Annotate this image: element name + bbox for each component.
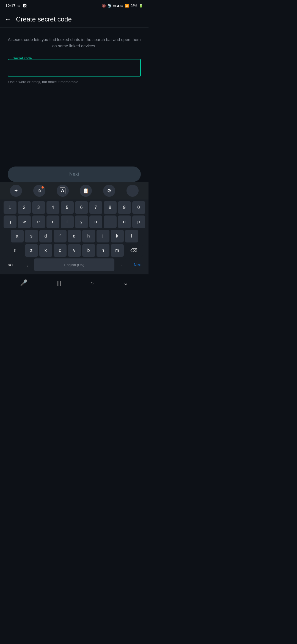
gallery-icon: 🖼 bbox=[23, 4, 26, 8]
space-key[interactable]: English (US) bbox=[34, 258, 114, 271]
description-text: A secret code lets you find locked chats… bbox=[8, 37, 141, 49]
more-button[interactable]: ··· bbox=[127, 185, 139, 197]
status-time: 12:17 bbox=[6, 4, 15, 8]
z-row: ⇧ z x c v b n m ⌫ bbox=[1, 244, 147, 257]
key-0[interactable]: 0 bbox=[132, 201, 145, 214]
more-icon: ··· bbox=[130, 188, 135, 194]
key-j[interactable]: j bbox=[97, 230, 109, 242]
next-btn-area: Next bbox=[0, 167, 148, 182]
back-button[interactable]: ← bbox=[4, 16, 12, 23]
key-b[interactable]: b bbox=[82, 244, 95, 257]
battery-icon: 🔋 bbox=[139, 4, 143, 8]
key-4[interactable]: 4 bbox=[46, 201, 59, 214]
text-style-button[interactable]: A bbox=[57, 185, 69, 197]
key-6[interactable]: 6 bbox=[75, 201, 88, 214]
key-l[interactable]: l bbox=[125, 230, 138, 242]
key-w[interactable]: w bbox=[18, 215, 31, 228]
key-f[interactable]: f bbox=[54, 230, 67, 242]
key-t[interactable]: t bbox=[61, 215, 74, 228]
key-u[interactable]: u bbox=[89, 215, 102, 228]
sparkle-button[interactable]: ✦ bbox=[10, 185, 22, 197]
key-y[interactable]: y bbox=[75, 215, 88, 228]
symbol-key[interactable]: !#1 bbox=[1, 258, 20, 271]
key-p[interactable]: p bbox=[132, 215, 145, 228]
comma-key[interactable]: , bbox=[22, 258, 33, 271]
key-5[interactable]: 5 bbox=[61, 201, 74, 214]
q-row: q w e r t y u i o p bbox=[1, 215, 147, 228]
keyboard-next-key[interactable]: Next bbox=[128, 258, 147, 271]
secret-code-input[interactable] bbox=[8, 59, 141, 77]
key-n[interactable]: n bbox=[97, 244, 109, 257]
input-label: Secret code bbox=[12, 56, 33, 60]
bottom-row: !#1 , English (US) . Next bbox=[1, 258, 147, 271]
key-z[interactable]: z bbox=[25, 244, 38, 257]
key-9[interactable]: 9 bbox=[118, 201, 131, 214]
keyboard-toolbar: ✦ ☺ A 📋 ⚙ ··· bbox=[0, 182, 148, 200]
key-e[interactable]: e bbox=[32, 215, 45, 228]
key-c[interactable]: c bbox=[54, 244, 67, 257]
key-g[interactable]: g bbox=[68, 230, 81, 242]
emoji-icon: ☺ bbox=[37, 188, 42, 194]
key-m[interactable]: m bbox=[111, 244, 124, 257]
battery-label: 98% bbox=[131, 4, 137, 8]
mute-icon: 🔇 bbox=[102, 4, 106, 8]
signal-label: 5GUC bbox=[113, 4, 123, 8]
status-left: 12:17 G 🖼 bbox=[6, 4, 26, 8]
back-nav-button[interactable]: ⌄ bbox=[123, 279, 128, 287]
g-icon: G bbox=[18, 4, 20, 8]
signal-bars-icon: 📶 bbox=[125, 4, 129, 8]
backspace-key[interactable]: ⌫ bbox=[125, 244, 143, 257]
mic-button[interactable]: 🎤 bbox=[20, 279, 28, 286]
input-wrapper: Secret code bbox=[8, 59, 141, 77]
notification-dot bbox=[42, 186, 44, 189]
key-o[interactable]: o bbox=[118, 215, 131, 228]
header: ← Create secret code bbox=[0, 11, 148, 28]
recent-apps-button[interactable]: ||| bbox=[57, 280, 61, 286]
a-row: a s d f g h j k l bbox=[1, 230, 147, 242]
keyboard: 1 2 3 4 5 6 7 8 9 0 q w e r t y u i o p … bbox=[0, 200, 148, 274]
key-q[interactable]: q bbox=[4, 215, 16, 228]
key-v[interactable]: v bbox=[68, 244, 81, 257]
key-1[interactable]: 1 bbox=[4, 201, 16, 214]
wifi-icon: 📡 bbox=[108, 4, 112, 8]
home-button[interactable]: ○ bbox=[90, 280, 94, 286]
text-style-icon: A bbox=[60, 187, 66, 194]
main-content: A secret code lets you find locked chats… bbox=[0, 28, 148, 89]
key-7[interactable]: 7 bbox=[89, 201, 102, 214]
gear-icon: ⚙ bbox=[107, 188, 111, 194]
period-key[interactable]: . bbox=[116, 258, 127, 271]
nav-bar: 🎤 ||| ○ ⌄ bbox=[0, 274, 148, 293]
status-bar: 12:17 G 🖼 🔇 📡 5GUC 📶 98% 🔋 bbox=[0, 0, 148, 11]
key-s[interactable]: s bbox=[25, 230, 38, 242]
sparkle-icon: ✦ bbox=[14, 188, 18, 194]
next-button[interactable]: Next bbox=[8, 167, 141, 182]
input-hint: Use a word or emoji, but make it memorab… bbox=[8, 80, 141, 84]
key-x[interactable]: x bbox=[39, 244, 52, 257]
key-d[interactable]: d bbox=[39, 230, 52, 242]
key-3[interactable]: 3 bbox=[32, 201, 45, 214]
settings-button[interactable]: ⚙ bbox=[103, 185, 115, 197]
emoji-button[interactable]: ☺ bbox=[33, 185, 45, 197]
status-right: 🔇 📡 5GUC 📶 98% 🔋 bbox=[102, 4, 143, 8]
clipboard-icon: 📋 bbox=[83, 188, 89, 194]
key-a[interactable]: a bbox=[11, 230, 24, 242]
clipboard-button[interactable]: 📋 bbox=[80, 185, 92, 197]
page-title: Create secret code bbox=[16, 15, 72, 23]
key-r[interactable]: r bbox=[46, 215, 59, 228]
shift-key[interactable]: ⇧ bbox=[6, 244, 24, 257]
key-i[interactable]: i bbox=[104, 215, 117, 228]
key-2[interactable]: 2 bbox=[18, 201, 31, 214]
key-h[interactable]: h bbox=[82, 230, 95, 242]
key-8[interactable]: 8 bbox=[104, 201, 117, 214]
number-row: 1 2 3 4 5 6 7 8 9 0 bbox=[1, 201, 147, 214]
key-k[interactable]: k bbox=[111, 230, 124, 242]
